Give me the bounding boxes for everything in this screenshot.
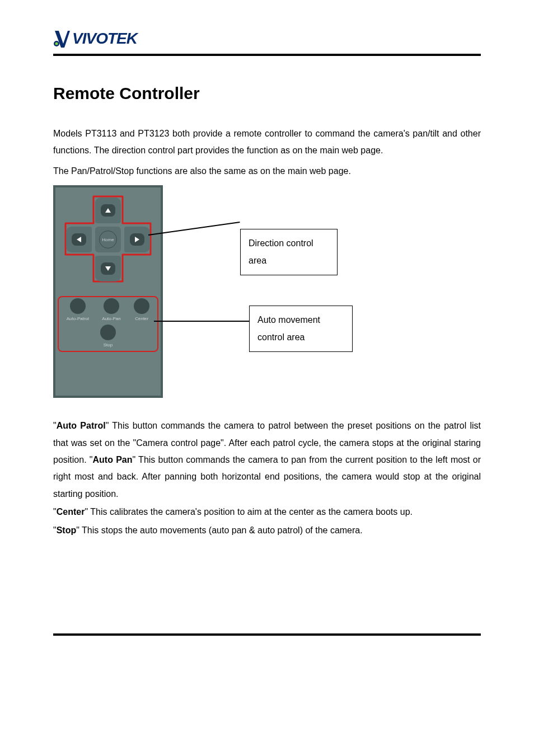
logo-text: VIVOTEK <box>72 30 137 48</box>
arrow-right-icon <box>130 233 144 246</box>
description-stop: "Stop" This stops the auto movements (au… <box>53 522 481 539</box>
description-center: "Center" This calibrates the camera's po… <box>53 504 481 520</box>
arrow-up-icon <box>101 204 115 217</box>
center-icon <box>134 298 149 314</box>
bold-stop: Stop <box>57 525 77 535</box>
dpad-down-button[interactable] <box>95 256 121 281</box>
intro-paragraph: Models PT3113 and PT3123 both provide a … <box>53 125 481 159</box>
home-button-label: Home <box>99 231 117 248</box>
bold-auto-pan: Auto Pan <box>93 455 133 464</box>
auto-pan-icon <box>104 298 119 314</box>
auto-pan-button[interactable]: Auto-Pan <box>102 298 120 321</box>
center-label: Center <box>135 316 148 321</box>
diagram-area: Home Auto-Patrol Auto-Pan Ce <box>53 185 481 401</box>
footer-divider <box>53 633 481 636</box>
description-auto-patrol-pan: "Auto Patrol" This button commands the c… <box>53 417 481 503</box>
bold-center: Center <box>57 507 85 516</box>
dpad-left-button[interactable] <box>66 227 92 252</box>
arrow-left-icon <box>72 233 86 246</box>
arrow-down-icon <box>101 262 115 275</box>
stop-label: Stop <box>104 342 113 348</box>
remote-panel: Home Auto-Patrol Auto-Pan Ce <box>53 185 163 398</box>
auto-patrol-button[interactable]: Auto-Patrol <box>67 298 89 321</box>
dpad-home-button[interactable]: Home <box>95 227 121 252</box>
bold-auto-patrol: Auto Patrol <box>57 421 106 430</box>
logo-icon <box>53 28 70 49</box>
header-divider <box>53 54 481 56</box>
sub-intro-paragraph: The Pan/Patrol/Stop functions are also t… <box>53 163 481 180</box>
dpad-right-button[interactable] <box>124 227 150 252</box>
auto-patrol-icon <box>70 298 86 314</box>
logo: VIVOTEK <box>53 28 481 49</box>
callout-direction: Direction control area <box>240 229 338 275</box>
connector-line-2 <box>154 321 249 322</box>
dpad-container: Home <box>66 198 150 281</box>
auto-pan-label: Auto-Pan <box>102 316 120 321</box>
stop-icon <box>100 325 116 340</box>
logo-area: VIVOTEK <box>53 28 481 49</box>
text-center: " This calibrates the camera's position … <box>85 507 413 516</box>
stop-button[interactable]: Stop <box>100 325 116 348</box>
page-title: Remote Controller <box>53 84 481 103</box>
auto-patrol-label: Auto-Patrol <box>67 316 89 321</box>
auto-controls: Auto-Patrol Auto-Pan Center Stop <box>55 295 161 351</box>
text-stop: " This stops the auto movements (auto pa… <box>76 525 362 535</box>
callout-auto: Auto movement control area <box>249 306 353 352</box>
center-button[interactable]: Center <box>134 298 149 321</box>
svg-point-1 <box>55 43 58 45</box>
dpad-up-button[interactable] <box>95 198 121 223</box>
